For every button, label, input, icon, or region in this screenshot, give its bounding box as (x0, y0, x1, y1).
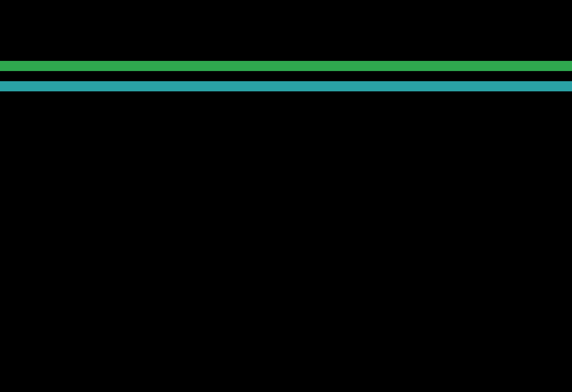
column-header[interactable] (0, 61, 572, 71)
selected-process-row[interactable] (0, 81, 572, 91)
htop-screen (0, 41, 572, 122)
function-key-bar[interactable] (0, 382, 572, 392)
